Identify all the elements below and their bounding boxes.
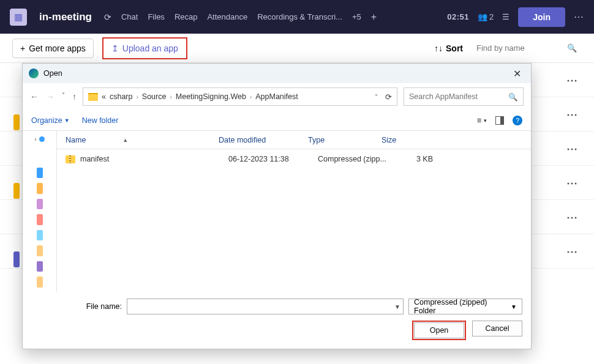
row-more-icon[interactable]: ⋯: [566, 73, 578, 87]
chevron-down-icon[interactable]: ˅: [375, 94, 378, 100]
find-input[interactable]: [476, 43, 567, 53]
find-by-name[interactable]: 🔍: [472, 39, 582, 58]
chevron-down-icon: ▼: [511, 303, 517, 310]
file-name-row: File name: ▼ Compressed (zipped) Folder …: [31, 299, 522, 314]
sidebar-item[interactable]: ›: [34, 136, 44, 143]
sidebar-item[interactable]: [37, 199, 43, 210]
nav-sidebar: ›: [23, 131, 57, 292]
col-size[interactable]: Size: [382, 136, 430, 144]
app-icon: ▦: [10, 9, 27, 26]
nav-recent-icon[interactable]: ˅: [62, 92, 65, 102]
col-type[interactable]: Type: [308, 136, 382, 144]
meeting-timer: 02:51: [447, 12, 469, 21]
dialog-toolbar: Organize ▼ New folder ≡ ▾ ?: [23, 110, 531, 131]
search-icon: 🔍: [567, 43, 577, 53]
people-count-value: 2: [489, 12, 494, 21]
sidebar-item[interactable]: [37, 214, 43, 225]
upload-icon: ↥: [111, 43, 119, 53]
chevron-down-icon[interactable]: ▼: [391, 303, 400, 310]
sidebar-item[interactable]: [37, 230, 43, 241]
sync-icon[interactable]: ⟳: [104, 12, 111, 22]
address-bar[interactable]: « csharp› Source› MeetingSigning.Web› Ap…: [83, 87, 397, 106]
sidebar-item[interactable]: [37, 261, 43, 272]
tab-chat[interactable]: Chat: [121, 12, 138, 21]
header-tabs: ⟳ Chat Files Recap Attendance Recordings…: [104, 12, 377, 23]
folder-icon: [88, 93, 98, 101]
chevron-right-icon: ›: [250, 94, 252, 100]
people-icon: 👥: [478, 12, 487, 21]
new-folder-button[interactable]: New folder: [82, 116, 119, 125]
folder-search-input[interactable]: [409, 92, 508, 101]
sort-asc-icon: ▲: [122, 137, 128, 143]
header-right: 02:51 👥 2 ☰ Join ⋯: [447, 7, 584, 27]
file-type-label: Compressed (zipped) Folder: [414, 298, 511, 315]
column-headers: Name▲ Date modified Type Size: [57, 131, 531, 149]
breadcrumb[interactable]: MeetingSigning.Web: [176, 92, 246, 101]
file-type-select[interactable]: Compressed (zipped) Folder ▼: [408, 299, 522, 314]
close-icon[interactable]: ✕: [509, 68, 525, 80]
tabs-overflow[interactable]: +5: [352, 12, 361, 21]
sidebar-item[interactable]: [37, 277, 43, 288]
nav-arrows: ← → ˅ ↑: [30, 92, 77, 102]
refresh-icon[interactable]: ⟳: [385, 92, 392, 102]
help-icon[interactable]: ?: [513, 116, 522, 125]
file-open-dialog: Open ✕ ← → ˅ ↑ « csharp› Source› Meeting…: [22, 63, 532, 349]
tab-recap[interactable]: Recap: [175, 12, 198, 21]
upload-highlight: ↥ Upload an app: [102, 37, 187, 59]
join-button[interactable]: Join: [518, 7, 565, 27]
upload-app-button[interactable]: ↥ Upload an app: [104, 39, 186, 58]
col-name[interactable]: Name▲: [66, 136, 219, 144]
chevron-down-icon: ▼: [64, 117, 70, 124]
get-more-apps-label: Get more apps: [29, 43, 86, 53]
zip-icon: [66, 155, 75, 163]
dialog-nav: ← → ˅ ↑ « csharp› Source› MeetingSigning…: [23, 83, 531, 110]
row-more-icon[interactable]: ⋯: [566, 176, 578, 190]
breadcrumb[interactable]: AppManifest: [255, 92, 298, 101]
people-count[interactable]: 👥 2: [478, 12, 494, 21]
nav-up-icon[interactable]: ↑: [72, 92, 77, 102]
sort-button[interactable]: ↑↓ Sort: [434, 43, 463, 53]
sidebar-item[interactable]: [37, 168, 43, 179]
sidebar-item[interactable]: [37, 245, 43, 256]
nav-forward-icon[interactable]: →: [46, 92, 55, 102]
cancel-button[interactable]: Cancel: [472, 321, 522, 336]
view-mode-button[interactable]: ≡ ▾: [477, 116, 487, 125]
list-icon[interactable]: ☰: [502, 12, 509, 21]
row-more-icon[interactable]: ⋯: [566, 210, 578, 224]
file-row[interactable]: manifest 06-12-2023 11:38 Compressed (zi…: [57, 149, 531, 169]
chevron-right-icon: ›: [170, 94, 171, 100]
apps-toolbar: + Get more apps ↥ Upload an app ↑↓ Sort …: [0, 34, 594, 63]
col-date[interactable]: Date modified: [219, 136, 308, 144]
toolbar-right: ≡ ▾ ?: [477, 116, 522, 125]
open-highlight: Open: [412, 321, 466, 340]
dialog-buttons: Open Cancel: [31, 321, 522, 340]
get-more-apps-button[interactable]: + Get more apps: [12, 39, 94, 58]
tab-attendance[interactable]: Attendance: [207, 12, 247, 21]
tab-files[interactable]: Files: [148, 12, 164, 21]
plus-icon: +: [20, 43, 25, 53]
tab-recordings[interactable]: Recordings & Transcri...: [257, 12, 342, 21]
sort-label: Sort: [446, 43, 463, 53]
breadcrumb[interactable]: Source: [142, 92, 167, 101]
row-more-icon[interactable]: ⋯: [566, 108, 578, 121]
row-more-icon[interactable]: ⋯: [566, 142, 578, 155]
sidebar-item[interactable]: [37, 183, 43, 194]
add-tab-icon[interactable]: +: [371, 12, 377, 23]
folder-search[interactable]: 🔍: [404, 87, 524, 106]
dialog-titlebar: Open ✕: [23, 64, 531, 83]
organize-menu[interactable]: Organize ▼: [31, 116, 70, 125]
nav-back-icon[interactable]: ←: [30, 92, 39, 102]
file-type: Compressed (zipp...: [318, 155, 391, 163]
file-name-input[interactable]: [130, 302, 391, 311]
file-name-field[interactable]: ▼: [127, 299, 404, 314]
file-name: manifest: [80, 155, 228, 163]
open-button[interactable]: Open: [414, 322, 464, 338]
edge-icon: [29, 69, 39, 78]
file-date: 06-12-2023 11:38: [228, 155, 318, 163]
crumb-prefix: «: [102, 92, 106, 101]
header-more-icon[interactable]: ⋯: [574, 11, 584, 23]
preview-pane-button[interactable]: [495, 116, 504, 125]
row-more-icon[interactable]: ⋯: [566, 245, 578, 258]
file-list-area: Name▲ Date modified Type Size manifest 0…: [57, 131, 531, 292]
breadcrumb[interactable]: csharp: [110, 92, 133, 101]
